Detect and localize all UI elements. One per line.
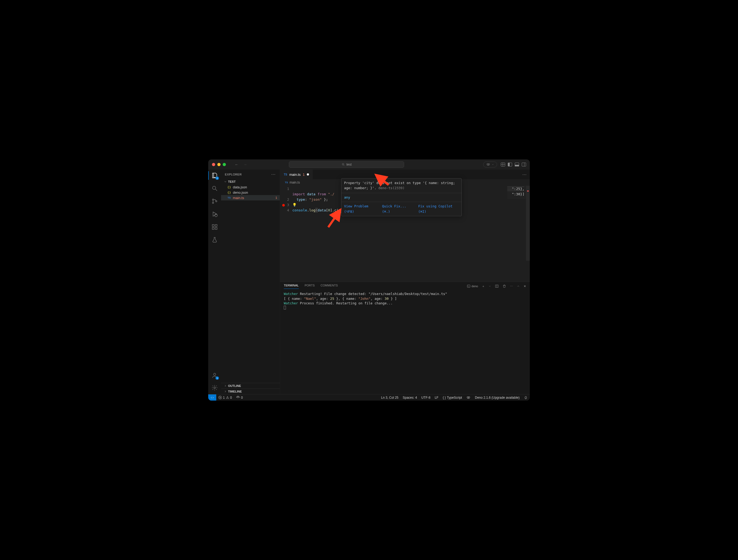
svg-rect-13 xyxy=(215,227,217,229)
status-encoding[interactable]: UTF-8 xyxy=(419,396,432,400)
json-icon: { } xyxy=(227,190,231,194)
svg-point-2 xyxy=(487,163,488,165)
error-hover-tooltip: Property 'city' does not exist on type '… xyxy=(341,178,462,216)
hover-message-1: Property 'city' does not exist on type '… xyxy=(344,181,455,185)
status-ports[interactable]: 0 xyxy=(234,396,245,400)
terminal-cursor xyxy=(284,306,286,310)
lightbulb-icon[interactable]: 💡 xyxy=(292,203,297,207)
activity-explorer[interactable]: 1 xyxy=(211,172,219,179)
panel-tab-terminal[interactable]: TERMINAL xyxy=(284,284,299,289)
timeline-section[interactable]: TIMELINE xyxy=(221,389,280,394)
nav-back-icon[interactable]: ← xyxy=(234,162,240,167)
code-editor[interactable]: 1 2 3 4 import data from "./ type: "json… xyxy=(280,186,530,282)
ts-icon: TS xyxy=(284,173,287,176)
layout-grid-icon[interactable] xyxy=(501,163,505,166)
hover-quick-fix[interactable]: Quick Fix... (⌘.) xyxy=(382,204,413,214)
editor-main: TS main.ts 1 ⋯ TS main.ts 1 2 xyxy=(280,170,530,394)
annotation-arrow-top xyxy=(374,173,390,186)
hover-view-problem[interactable]: View Problem (⌥F8) xyxy=(344,204,377,214)
editor-tabs: TS main.ts 1 ⋯ xyxy=(280,170,530,179)
panel-tab-comments[interactable]: COMMENTS xyxy=(321,284,338,289)
copilot-status[interactable] xyxy=(483,161,497,167)
chevron-down-icon xyxy=(491,163,494,166)
minimize-window[interactable] xyxy=(217,163,221,166)
svg-rect-12 xyxy=(212,227,214,229)
hover-fix-copilot[interactable]: Fix using Copilot (⌘I) xyxy=(418,204,459,214)
svg-line-17 xyxy=(376,175,389,185)
hover-type: any xyxy=(341,193,461,202)
explorer-badge: 1 xyxy=(216,176,219,180)
trash-icon[interactable] xyxy=(502,284,506,288)
nav-forward-icon[interactable]: → xyxy=(242,162,249,167)
toggle-sidebar-icon[interactable] xyxy=(508,163,512,166)
status-cursor[interactable]: Ln 3, Col 25 xyxy=(379,396,401,400)
account-badge: 1 xyxy=(216,377,219,380)
svg-point-8 xyxy=(216,201,217,202)
status-notifications[interactable] xyxy=(522,396,530,400)
toggle-panel-icon[interactable] xyxy=(515,163,519,166)
tab-more-icon[interactable]: ⋯ xyxy=(522,172,526,177)
ts-icon: TS xyxy=(285,181,288,184)
status-eol[interactable]: LF xyxy=(432,396,440,400)
maximize-window[interactable] xyxy=(223,163,226,166)
terminal-output[interactable]: Watcher Restarting! File change detected… xyxy=(280,291,530,394)
scrollbar-thumb[interactable] xyxy=(526,186,530,261)
activity-testing[interactable] xyxy=(211,236,219,243)
file-item-data-json[interactable]: { } data.json xyxy=(221,184,280,190)
svg-point-4 xyxy=(213,186,216,189)
activity-search[interactable] xyxy=(211,185,219,192)
chevron-down-icon[interactable] xyxy=(488,285,491,288)
file-name: deno.json xyxy=(233,190,248,194)
svg-point-23 xyxy=(238,397,238,398)
status-deno[interactable]: Deno 2.1.6 (Upgrade available) xyxy=(473,396,522,400)
explorer-more-icon[interactable]: ⋯ xyxy=(271,172,276,177)
svg-point-16 xyxy=(214,387,216,389)
status-problems[interactable]: ⓧ1 ⚠0 xyxy=(216,395,234,400)
status-indent[interactable]: Spaces: 4 xyxy=(401,396,419,400)
svg-point-15 xyxy=(214,373,216,375)
file-error-count: 1 xyxy=(276,196,277,199)
status-language[interactable]: { }TypeScript xyxy=(440,396,464,400)
line-gutter: 1 2 3 4 xyxy=(280,186,292,282)
json-icon: { } xyxy=(227,185,231,189)
svg-point-25 xyxy=(468,397,470,398)
activity-account[interactable]: 1 xyxy=(211,372,219,379)
window-controls xyxy=(212,163,226,166)
activity-source-control[interactable] xyxy=(211,197,219,205)
ts-icon: TS xyxy=(227,195,231,200)
panel-close-icon[interactable]: ✕ xyxy=(523,285,526,288)
file-item-deno-json[interactable]: { } deno.json xyxy=(221,190,280,195)
folder-root[interactable]: TEST xyxy=(221,179,280,184)
close-window[interactable] xyxy=(212,163,215,166)
toggle-secondary-icon[interactable] xyxy=(522,163,526,166)
hover-source: deno-ts(2339) xyxy=(376,186,404,190)
explorer-title: EXPLORER xyxy=(225,173,242,176)
file-item-main-ts[interactable]: TS main.ts 1 xyxy=(221,195,280,200)
outline-section[interactable]: OUTLINE xyxy=(221,383,280,389)
svg-point-7 xyxy=(213,202,214,204)
panel-tab-ports[interactable]: PORTS xyxy=(305,284,315,289)
folder-name: TEST xyxy=(228,180,236,183)
status-copilot[interactable] xyxy=(464,396,473,400)
new-terminal-icon[interactable]: ＋ xyxy=(482,284,485,288)
split-terminal-icon[interactable] xyxy=(495,284,499,288)
explorer-sidebar: EXPLORER ⋯ TEST { } data.json { } deno.j… xyxy=(221,170,280,394)
vscode-window: ← → test 1 xyxy=(208,159,530,401)
panel-tabs: TERMINAL PORTS COMMENTS deno ＋ ⋯ xyxy=(280,282,530,291)
bottom-panel: TERMINAL PORTS COMMENTS deno ＋ ⋯ xyxy=(280,282,530,394)
panel-chevron-up-icon[interactable] xyxy=(517,285,520,288)
editor-scrollbar[interactable] xyxy=(526,186,530,282)
panel-more-icon[interactable]: ⋯ xyxy=(510,285,513,288)
search-text: test xyxy=(347,163,352,166)
activity-extensions[interactable] xyxy=(211,223,219,231)
terminal-profile[interactable]: deno xyxy=(467,284,478,288)
activity-bar: 1 1 xyxy=(208,170,221,394)
activity-settings[interactable] xyxy=(211,384,219,392)
activity-debug[interactable] xyxy=(211,210,219,218)
svg-rect-14 xyxy=(215,224,217,226)
tab-main-ts[interactable]: TS main.ts 1 xyxy=(280,170,313,179)
svg-point-6 xyxy=(213,199,214,200)
remote-indicator[interactable] xyxy=(208,395,216,401)
command-center-search[interactable]: test xyxy=(289,161,404,168)
hover-message-2: age: number; }'. xyxy=(344,186,376,190)
